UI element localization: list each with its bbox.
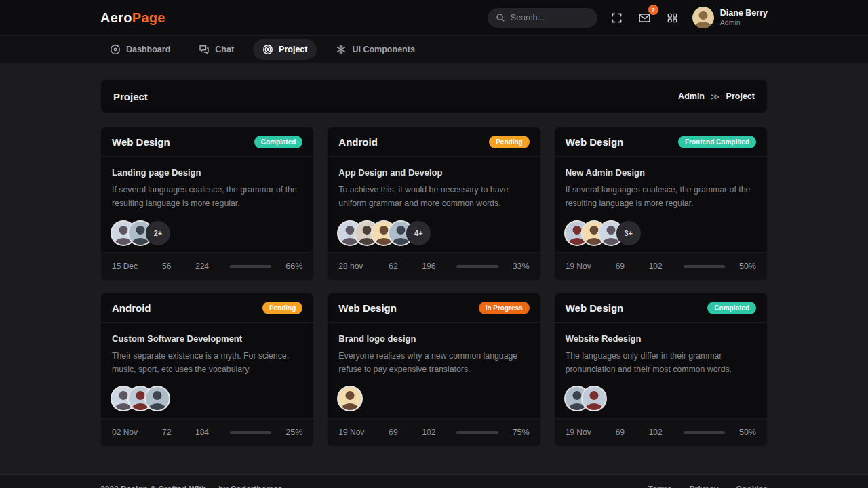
card-stats: 28 nov 62 196 33% bbox=[328, 252, 540, 280]
project-icon bbox=[262, 44, 273, 55]
avatar bbox=[146, 387, 169, 410]
card-category: Web Design bbox=[566, 136, 624, 148]
nav-item-chat[interactable]: Chat bbox=[189, 39, 243, 60]
project-card[interactable]: Android Pending App Design and Develop T… bbox=[327, 127, 540, 281]
stat-count-a: 69 bbox=[616, 428, 649, 437]
card-category: Web Design bbox=[566, 302, 624, 314]
footer-link-cookies[interactable]: Cookies bbox=[736, 485, 768, 488]
avatar-group: 2+ bbox=[112, 221, 302, 245]
card-description: Their separate existence is a myth. For … bbox=[112, 350, 302, 376]
progress-percent: 75% bbox=[507, 428, 530, 437]
logo-text-primary: Aero bbox=[100, 10, 132, 25]
avatar-more-badge: 3+ bbox=[616, 221, 641, 245]
card-stats: 02 Nov 72 184 25% bbox=[101, 418, 313, 446]
avatar-more-badge: 2+ bbox=[146, 221, 170, 245]
main-content: Project Admin ≫ Project Web Design Compl… bbox=[0, 79, 868, 474]
card-category: Android bbox=[112, 302, 151, 314]
project-card[interactable]: Web Design Complated Landing page Design… bbox=[100, 127, 314, 281]
copyright: 2023 Design & Crafted With ♥ by Coderthe… bbox=[100, 485, 282, 488]
card-title: Brand logo design bbox=[338, 333, 529, 344]
card-description: To achieve this, it would be necessary t… bbox=[338, 184, 529, 210]
progress-percent: 50% bbox=[734, 428, 756, 437]
project-card-grid: Web Design Complated Landing page Design… bbox=[100, 127, 768, 447]
stat-count-a: 62 bbox=[389, 262, 422, 271]
user-role: Admin bbox=[720, 18, 768, 27]
progress-bar bbox=[456, 265, 498, 268]
card-description: If several languages coalesce, the gramm… bbox=[566, 184, 756, 210]
status-badge: In Progress bbox=[479, 302, 530, 314]
project-card[interactable]: Web Design In Progress Brand logo design… bbox=[327, 293, 540, 447]
progress-bar bbox=[230, 431, 271, 434]
progress-bar bbox=[230, 265, 271, 268]
status-badge: Pending bbox=[262, 302, 302, 314]
search-icon bbox=[496, 13, 505, 22]
project-card[interactable]: Android Pending Custom Software Developm… bbox=[100, 293, 314, 447]
heart-icon: ♥ bbox=[210, 485, 216, 488]
stat-count-a: 69 bbox=[616, 262, 649, 271]
avatar-group bbox=[112, 387, 302, 410]
fullscreen-icon bbox=[611, 12, 623, 24]
messages-button[interactable]: 2 bbox=[637, 9, 653, 26]
search-input[interactable] bbox=[511, 13, 589, 22]
card-description: The languages only differ in their gramm… bbox=[566, 350, 756, 376]
stat-date: 02 Nov bbox=[112, 428, 162, 437]
footer-link-terms[interactable]: Terms bbox=[648, 485, 671, 488]
card-stats: 19 Nov 69 102 50% bbox=[555, 252, 767, 280]
progress-percent: 25% bbox=[280, 428, 302, 437]
stat-count-b: 102 bbox=[422, 428, 453, 437]
breadcrumb-parent[interactable]: Admin bbox=[678, 92, 705, 101]
card-title: App Design and Develop bbox=[338, 167, 529, 178]
progress-percent: 33% bbox=[507, 262, 530, 271]
breadcrumb: Admin ≫ Project bbox=[678, 92, 755, 102]
stat-count-b: 102 bbox=[649, 428, 680, 437]
status-badge: Complated bbox=[707, 302, 756, 314]
footer-link-privacy[interactable]: Privacy bbox=[690, 485, 719, 488]
fullscreen-button[interactable] bbox=[609, 9, 625, 26]
card-stats: 15 Dec 56 224 66% bbox=[101, 252, 313, 280]
stat-count-a: 69 bbox=[389, 428, 422, 437]
stat-count-a: 56 bbox=[162, 262, 195, 271]
stat-date: 19 Nov bbox=[566, 262, 616, 271]
apps-button[interactable] bbox=[665, 9, 681, 26]
card-category: Android bbox=[338, 136, 378, 148]
nav-item-project[interactable]: Project bbox=[253, 39, 317, 60]
stat-count-b: 224 bbox=[195, 262, 226, 271]
progress-bar bbox=[684, 265, 725, 268]
project-card[interactable]: Web Design Frontend Complited New Admin … bbox=[554, 127, 768, 281]
nav-item-dashboard[interactable]: Dashboard bbox=[100, 39, 180, 60]
card-title: Website Redesign bbox=[566, 333, 756, 344]
chat-icon bbox=[199, 44, 210, 55]
user-avatar bbox=[692, 7, 714, 28]
main-nav: Dashboard Chat Project UI Components bbox=[0, 36, 868, 64]
nav-item-label: Chat bbox=[215, 45, 234, 54]
progress-bar bbox=[456, 431, 498, 434]
nav-item-ui-components[interactable]: UI Components bbox=[326, 39, 424, 60]
ui-components-icon bbox=[336, 44, 347, 55]
card-description: If several languages coalesce, the gramm… bbox=[112, 184, 302, 210]
project-card[interactable]: Web Design Complated Website Redesign Th… bbox=[554, 293, 768, 447]
logo-text-accent: Page bbox=[132, 10, 165, 25]
user-menu[interactable]: Diane Berry Admin bbox=[692, 7, 768, 28]
stat-date: 15 Dec bbox=[112, 262, 162, 271]
nav-item-label: UI Components bbox=[352, 45, 414, 54]
stat-date: 28 nov bbox=[338, 262, 389, 271]
avatar-group: 3+ bbox=[566, 221, 756, 245]
card-title: New Admin Design bbox=[566, 167, 756, 178]
breadcrumb-chevron-icon: ≫ bbox=[711, 92, 720, 102]
avatar-group: 4+ bbox=[338, 221, 529, 245]
search-box[interactable] bbox=[488, 8, 597, 28]
dashboard-icon bbox=[110, 44, 121, 55]
status-badge: Pending bbox=[489, 136, 529, 148]
progress-percent: 50% bbox=[734, 262, 756, 271]
stat-count-b: 184 bbox=[195, 428, 226, 437]
progress-bar bbox=[684, 431, 725, 434]
breadcrumb-current: Project bbox=[726, 92, 755, 101]
status-badge: Complated bbox=[254, 136, 303, 148]
card-category: Web Design bbox=[112, 136, 170, 148]
status-badge: Frontend Complited bbox=[678, 136, 756, 148]
user-name: Diane Berry bbox=[720, 8, 768, 19]
stat-date: 19 Nov bbox=[338, 428, 389, 437]
app-logo[interactable]: AeroPage bbox=[100, 10, 165, 26]
card-category: Web Design bbox=[338, 302, 397, 314]
message-count-badge: 2 bbox=[648, 5, 658, 15]
